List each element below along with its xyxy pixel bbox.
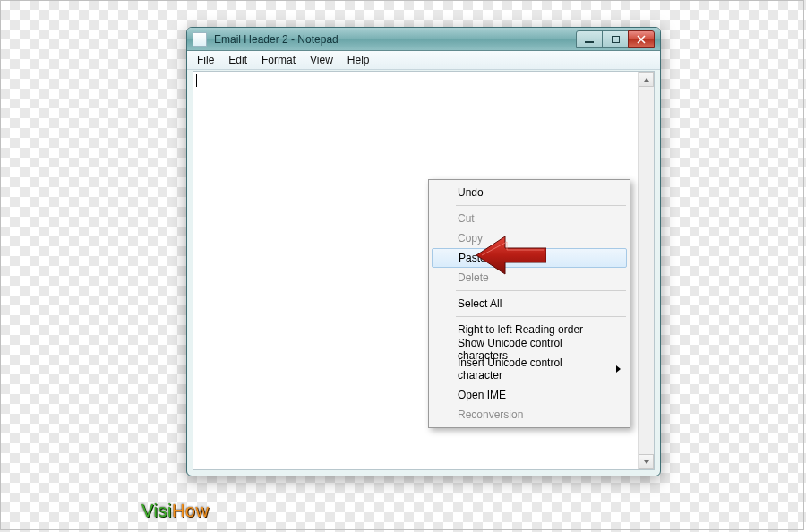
context-menu-item-cut: Cut	[431, 209, 628, 228]
chevron-up-icon	[643, 76, 650, 83]
context-menu-item-label: Right to left Reading order	[458, 323, 583, 336]
vertical-scrollbar[interactable]	[638, 72, 654, 469]
titlebar[interactable]: Email Header 2 - Notepad	[187, 28, 660, 51]
context-menu-item-label: Cut	[458, 212, 475, 225]
scroll-track[interactable]	[639, 87, 654, 454]
close-icon	[637, 35, 646, 44]
menu-file[interactable]: File	[191, 52, 220, 68]
context-menu-separator	[456, 382, 626, 382]
context-menu-item-insert-unicode-control-character[interactable]: Insert Unicode control character	[431, 359, 628, 379]
maximize-button[interactable]	[602, 30, 629, 48]
context-menu-item-select-all[interactable]: Select All	[431, 294, 628, 313]
context-menu-separator	[456, 290, 626, 291]
menu-view[interactable]: View	[304, 52, 339, 68]
context-menu-separator	[456, 205, 626, 206]
context-menu-item-label: Open IME	[458, 389, 506, 401]
menu-help[interactable]: Help	[341, 52, 376, 68]
menu-format[interactable]: Format	[255, 52, 302, 68]
context-menu-item-undo[interactable]: Undo	[431, 183, 628, 202]
minimize-button[interactable]	[576, 30, 603, 48]
menubar: File Edit Format View Help	[187, 51, 660, 70]
context-menu: UndoCutCopyPasteDeleteSelect AllRight to…	[428, 179, 630, 428]
window-controls	[577, 30, 655, 48]
context-menu-item-delete: Delete	[431, 268, 628, 287]
text-caret	[196, 74, 197, 87]
context-menu-item-label: Reconversion	[458, 408, 523, 421]
context-menu-item-label: Paste	[459, 252, 486, 264]
scroll-down-button[interactable]	[639, 454, 654, 469]
context-menu-item-label: Insert Unicode control character	[458, 356, 604, 382]
context-menu-item-label: Undo	[458, 186, 484, 199]
notepad-icon	[193, 32, 207, 47]
menu-edit[interactable]: Edit	[222, 52, 253, 68]
chevron-down-icon	[643, 459, 650, 466]
context-menu-item-label: Copy	[458, 232, 483, 245]
watermark-part1: Visi	[141, 501, 172, 520]
context-menu-item-paste[interactable]: Paste	[432, 248, 627, 268]
watermark-part2: How	[172, 501, 210, 520]
context-menu-item-copy: Copy	[431, 228, 628, 248]
context-menu-item-label: Delete	[458, 271, 489, 284]
scroll-up-button[interactable]	[639, 72, 654, 87]
visihow-watermark: VisiHow	[141, 501, 209, 521]
context-menu-separator	[456, 316, 626, 317]
close-button[interactable]	[628, 30, 655, 48]
window-title: Email Header 2 - Notepad	[212, 33, 571, 46]
submenu-arrow-icon	[616, 365, 621, 373]
context-menu-item-reconversion: Reconversion	[431, 405, 628, 425]
context-menu-item-open-ime[interactable]: Open IME	[431, 385, 628, 405]
context-menu-item-label: Select All	[458, 297, 502, 310]
